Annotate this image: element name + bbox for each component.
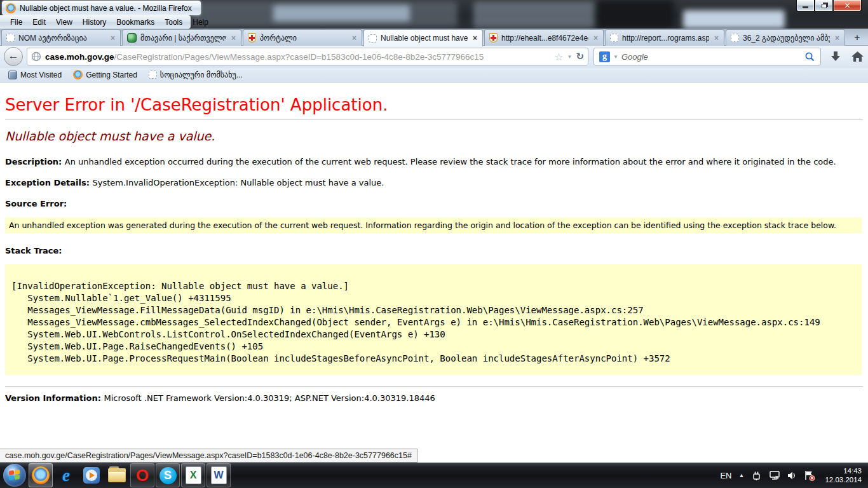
tab-close-icon[interactable]: ×: [230, 34, 237, 43]
taskbar-media-player-button[interactable]: [79, 463, 104, 487]
bookmark-label: Getting Started: [86, 71, 137, 79]
taskbar-opera-button[interactable]: O: [130, 463, 154, 487]
tab-portali[interactable]: პორტალი ×: [243, 29, 362, 46]
tab-close-icon[interactable]: ×: [109, 34, 116, 43]
search-input[interactable]: [621, 52, 801, 62]
tab-close-icon[interactable]: ×: [592, 34, 599, 43]
show-hidden-icons-icon[interactable]: ▲: [739, 472, 745, 478]
new-tab-button[interactable]: +: [850, 31, 865, 44]
reload-icon[interactable]: ↻: [576, 51, 584, 62]
action-center-flag-icon[interactable]: [804, 470, 815, 481]
bookmark-label: სოციალური მომსახუ...: [160, 71, 243, 79]
tab-label: http://report...rograms.aspx: [622, 34, 709, 43]
placeholder-favicon-icon: [369, 34, 377, 43]
power-plug-icon[interactable]: [751, 470, 762, 481]
search-bar[interactable]: g ▼: [593, 48, 821, 65]
windows-logo-icon: [9, 470, 20, 481]
bookmark-getting-started[interactable]: Getting Started: [69, 69, 142, 81]
volume-icon[interactable]: [787, 471, 797, 480]
clock[interactable]: 14:43 12.03.2014: [825, 466, 862, 484]
tab-label: მთავარი | საქართველო...: [140, 34, 226, 43]
tab-close-icon[interactable]: ×: [834, 34, 841, 43]
source-error-box: An unhandled exception was generated dur…: [5, 217, 862, 233]
placeholder-favicon-icon: [731, 34, 739, 42]
stack-trace-text: [InvalidOperationException: Nullable obj…: [5, 264, 862, 375]
placeholder-favicon-icon: [610, 34, 618, 42]
description-text: An unhandled exception occurred during t…: [65, 157, 836, 166]
bookmark-star-icon[interactable]: ☆: [554, 51, 563, 63]
media-player-icon: [83, 467, 100, 484]
skype-icon: S: [159, 467, 177, 484]
tab-nom-authorization[interactable]: NOM ავტორიზაცია ×: [1, 29, 121, 46]
source-error-label: Source Error:: [5, 199, 863, 208]
urlbar-dropdown-icon[interactable]: ▼: [567, 54, 573, 60]
tab-nullable-error-active[interactable]: Nullable object must have... ×: [363, 29, 483, 46]
home-button[interactable]: [849, 49, 865, 64]
tab-label: Nullable object must have...: [381, 34, 468, 43]
home-icon: [851, 50, 864, 63]
close-button[interactable]: ✕: [833, 0, 862, 11]
window-title: Nullable object must have a value. - Moz…: [2, 1, 201, 15]
version-information: Version Information: Microsoft .NET Fram…: [5, 393, 863, 403]
tab-close-icon[interactable]: ×: [351, 34, 358, 43]
minimize-button[interactable]: [796, 0, 815, 11]
system-tray: EN ▲ 14:43 12.03.2014: [720, 466, 868, 484]
status-bar-url-tooltip: case.moh.gov.ge/CaseRegistration/Pages/V…: [0, 449, 417, 463]
version-label: Version Information:: [5, 393, 104, 403]
menu-help[interactable]: Help: [187, 17, 214, 28]
background-window: [473, 1, 594, 28]
word-icon: W: [211, 466, 227, 484]
opera-icon: O: [136, 467, 149, 484]
restore-button[interactable]: [815, 0, 833, 11]
tab-36-2-emergency[interactable]: 36_2 გადაუდებელი ამბუ... ×: [726, 29, 845, 46]
excel-icon: X: [186, 466, 201, 484]
bookmarks-toolbar: Most Visited Getting Started სოციალური მ…: [0, 67, 868, 83]
taskbar-internet-explorer-button[interactable]: e: [54, 463, 78, 487]
menu-file[interactable]: File: [5, 17, 27, 28]
stack-trace-label: Stack Trace:: [5, 246, 863, 255]
menu-history[interactable]: History: [78, 17, 111, 28]
bookmark-most-visited[interactable]: Most Visited: [4, 69, 66, 81]
tab-close-icon[interactable]: ×: [713, 34, 720, 43]
tab-label: NOM ავტორიზაცია: [18, 34, 105, 43]
language-indicator[interactable]: EN: [720, 471, 731, 480]
tab-label: http://ehealt...e8f4672e4ec0: [501, 34, 588, 43]
taskbar: e O S X W EN ▲: [0, 463, 868, 488]
tab-label: 36_2 გადაუდებელი ამბუ...: [743, 34, 830, 43]
search-magnifier-icon[interactable]: [804, 51, 815, 62]
menu-edit[interactable]: Edit: [27, 17, 51, 28]
tab-report-programs[interactable]: http://report...rograms.aspx ×: [605, 29, 724, 46]
bookmark-label: Most Visited: [20, 71, 62, 79]
clock-time: 14:43: [825, 466, 862, 475]
window-title-text: Nullable object must have a value. - Moz…: [20, 4, 192, 13]
placeholder-favicon-icon: [6, 34, 15, 42]
network-icon[interactable]: [769, 470, 780, 480]
page-content: Server Error in '/CaseRegistration' Appl…: [0, 83, 868, 463]
search-engine-dropdown-icon[interactable]: ▼: [613, 54, 618, 60]
firefox-icon: [32, 466, 50, 484]
menu-bookmarks[interactable]: Bookmarks: [111, 17, 159, 28]
taskbar-excel-button[interactable]: X: [181, 463, 205, 487]
taskbar-word-button[interactable]: W: [207, 463, 231, 487]
tab-close-icon[interactable]: ×: [471, 34, 478, 43]
download-arrow-icon: [829, 50, 842, 63]
menu-tools[interactable]: Tools: [159, 17, 187, 28]
taskbar-firefox-button[interactable]: [29, 463, 53, 487]
tab-strip: NOM ავტორიზაცია × მთავარი | საქართველო..…: [0, 29, 868, 46]
error-message-heading: Nullable object must have a value.: [5, 129, 863, 143]
url-bar[interactable]: case.moh.gov.ge/CaseRegistration/Pages/V…: [27, 48, 588, 65]
downloads-button[interactable]: [827, 49, 844, 64]
start-button[interactable]: [3, 464, 26, 487]
tab-ehealth[interactable]: http://ehealt...e8f4672e4ec0 ×: [484, 29, 604, 46]
back-button[interactable]: ←: [4, 47, 23, 66]
folder-icon: [108, 468, 126, 482]
error-page-title: Server Error in '/CaseRegistration' Appl…: [5, 95, 863, 114]
clock-date: 12.03.2014: [825, 475, 862, 484]
taskbar-explorer-button[interactable]: [105, 463, 129, 487]
taskbar-skype-button[interactable]: S: [156, 463, 180, 487]
menu-view[interactable]: View: [51, 17, 78, 28]
bookmark-social-service[interactable]: სოციალური მომსახუ...: [144, 69, 247, 81]
window-controls: ✕: [796, 0, 862, 11]
most-visited-icon: [8, 71, 17, 79]
tab-mtavari[interactable]: მთავარი | საქართველო... ×: [122, 29, 241, 46]
